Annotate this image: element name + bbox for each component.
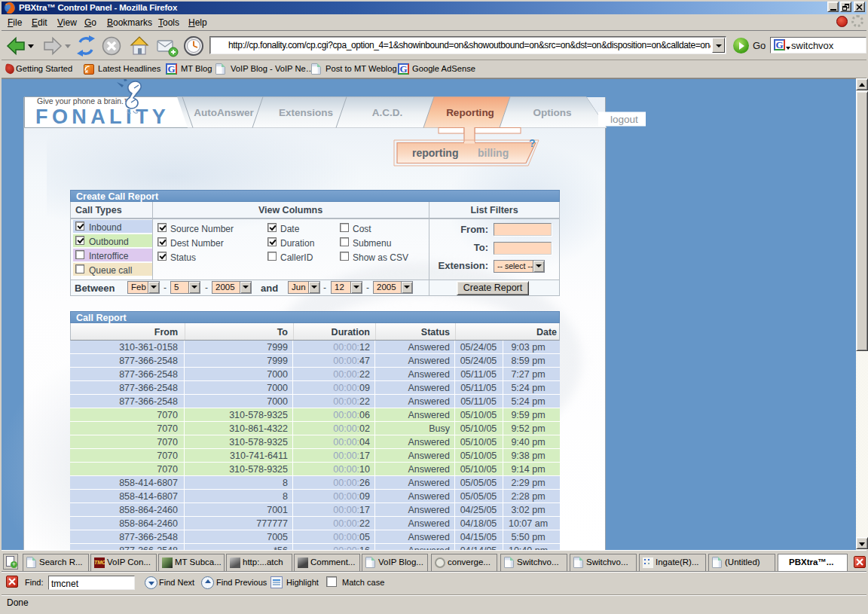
svg-text:Reporting: Reporting <box>446 107 494 118</box>
svg-text:logout: logout <box>610 114 638 125</box>
svg-text:A.C.D.: A.C.D. <box>372 107 403 118</box>
svg-text:billing: billing <box>478 147 509 159</box>
svg-text:?: ? <box>529 137 536 149</box>
svg-text:Extensions: Extensions <box>279 107 333 118</box>
svg-text:Give your phone a brain.™: Give your phone a brain.™ <box>37 96 132 105</box>
svg-text:FONALITY: FONALITY <box>35 105 170 128</box>
svg-text:Options: Options <box>533 107 572 118</box>
svg-text:AutoAnswer: AutoAnswer <box>194 107 254 118</box>
svg-text:reporting: reporting <box>412 147 458 159</box>
